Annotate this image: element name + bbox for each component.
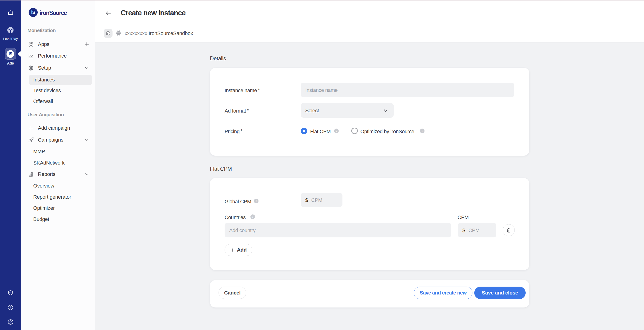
svg-text:i: i xyxy=(252,215,253,219)
svg-text:i: i xyxy=(336,129,337,133)
svg-text:i: i xyxy=(422,129,423,133)
svg-text:i: i xyxy=(256,199,257,203)
